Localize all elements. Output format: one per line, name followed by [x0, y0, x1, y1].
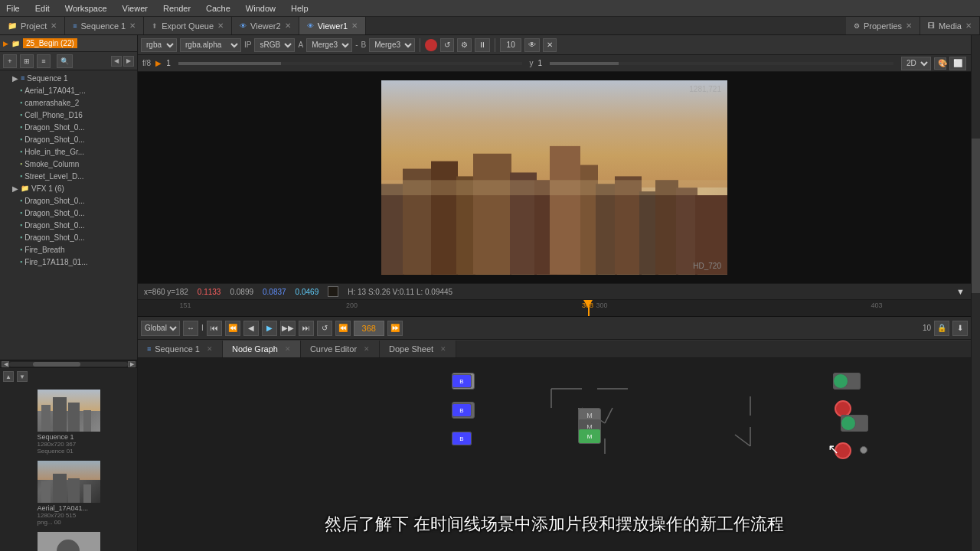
y-scrubber-bar[interactable] — [550, 62, 893, 65]
node-green-r1[interactable] — [833, 373, 848, 389]
refresh-btn[interactable]: ↺ — [440, 38, 454, 52]
wipe-btn[interactable]: ⬜ — [949, 57, 966, 70]
menu-item-render[interactable]: Render — [160, 2, 194, 15]
channel2-select[interactable]: rgba.alpha — [180, 38, 241, 52]
menu-item-help[interactable]: Help — [288, 2, 312, 15]
color-pick-btn[interactable]: 🎨 — [934, 57, 946, 70]
close-viewer-btn[interactable]: ✕ — [543, 38, 557, 52]
tree-item-vfx1[interactable]: ▶ 📁 VFX 1 (6) — [0, 182, 137, 194]
node-tab-close[interactable]: ✕ — [285, 345, 291, 353]
toolbar-list-btn[interactable]: ≡ — [37, 54, 51, 68]
tree-item-dragon6[interactable]: ▪ Dragon_Shot_0... — [0, 231, 137, 243]
tab-bottom-sequence1[interactable]: ≡ Sequence 1 ✕ — [138, 341, 223, 357]
channel-select[interactable]: rgba — [141, 38, 177, 52]
small-dot-circle[interactable] — [860, 446, 867, 454]
scrubber-thumb[interactable] — [178, 62, 282, 65]
settings-btn[interactable]: ⚙ — [457, 38, 472, 52]
render-icon[interactable] — [425, 39, 437, 51]
tree-item-street[interactable]: ▪ Street_Level_D... — [0, 170, 137, 182]
tab-viewer1[interactable]: 👁 Viewer1 ✕ — [299, 17, 367, 34]
dope-tab-close[interactable]: ✕ — [440, 345, 446, 353]
tree-item-smoke[interactable]: ▪ Smoke_Column — [0, 158, 137, 170]
tab-viewer2[interactable]: 👁 Viewer2 ✕ — [232, 17, 299, 34]
tc-prev-btn[interactable]: ⏪ — [225, 321, 240, 336]
tab-sequence1-close[interactable]: ✕ — [129, 21, 136, 30]
tc-lock-btn[interactable]: 🔒 — [934, 321, 949, 336]
global-mode-select[interactable]: Global — [141, 321, 180, 336]
tab-properties[interactable]: ⚙ Properties ✕ — [846, 17, 920, 34]
tab-properties-close[interactable]: ✕ — [906, 21, 912, 30]
node-blue-4[interactable]: B — [452, 403, 472, 417]
tc-fwd-btn[interactable]: ⏩ — [387, 321, 403, 336]
viewer-icon-btn[interactable]: 👁 — [524, 38, 540, 52]
menu-item-viewer[interactable]: Viewer — [119, 2, 151, 15]
left-scroll-track[interactable] — [9, 362, 128, 367]
left-scroll-btn[interactable]: ◀ — [111, 56, 122, 67]
right-scrollbar[interactable] — [971, 35, 980, 551]
menu-item-cache[interactable]: Cache — [203, 2, 234, 15]
tc-back-btn[interactable]: ◀ — [243, 321, 259, 336]
tree-item-fire-17[interactable]: ▪ Fire_17A118_01... — [0, 256, 137, 268]
timeline-ruler[interactable]: 151 200 300 403 368 — [138, 300, 971, 317]
y-scrubber-thumb[interactable] — [550, 62, 619, 65]
tree-item-sequence1[interactable]: ▶ ≡ Sequence 1 — [0, 72, 137, 84]
merge-a-select[interactable]: Merge3 — [306, 38, 352, 52]
left-scroll-left-btn[interactable]: ◀ — [2, 361, 9, 367]
tab-export-queue[interactable]: ⬆ Export Queue ✕ — [144, 17, 232, 34]
scrubber-bar[interactable] — [178, 62, 522, 65]
tc-start-btn[interactable]: ⏮ — [207, 321, 222, 336]
project-tree[interactable]: ▶ ≡ Sequence 1 ▪ Aerial_17A041_... ▪ cam… — [0, 70, 137, 360]
curve-tab-close[interactable]: ✕ — [364, 345, 370, 353]
thumb-entry-1[interactable]: Sequence 1 980x551 367 Sequence 01 — [38, 390, 100, 455]
status-dropdown[interactable]: ▼ — [956, 287, 965, 296]
left-scroll-h[interactable]: ◀ ▶ — [0, 360, 137, 367]
right-scroll-btn[interactable]: ▶ — [123, 56, 134, 67]
node-blue-2[interactable]: B — [452, 374, 472, 388]
tc-export-btn[interactable]: ⬇ — [952, 321, 968, 336]
tab-media[interactable]: 🎞 Media ✕ — [920, 17, 980, 34]
tree-item-cellphone[interactable]: ▪ Cell_Phone_D16 — [0, 109, 137, 121]
left-scroll-thumb[interactable] — [33, 362, 80, 367]
tree-item-fire-breath[interactable]: ▪ Fire_Breath — [0, 243, 137, 256]
tc-rwd-btn[interactable]: ⏪ — [335, 321, 351, 336]
tc-play-all-btn[interactable]: ▶▶ — [280, 321, 296, 336]
node-graph-area[interactable]: M M B B M M M G B B — [138, 358, 971, 551]
tree-item-camerashake[interactable]: ▪ camerashake_2 — [0, 96, 137, 109]
tc-sync-btn[interactable]: ↔ — [183, 321, 198, 336]
menu-item-workspace[interactable]: Workspace — [62, 2, 110, 15]
node-blue-7[interactable]: B — [452, 432, 472, 445]
left-scroll-right-btn[interactable]: ▶ — [128, 361, 136, 367]
thumb-move-down[interactable]: ▼ — [17, 371, 28, 382]
tab-project[interactable]: 📁 Project ✕ — [0, 17, 65, 34]
tree-item-hole[interactable]: ▪ Hole_in_the_Gr... — [0, 145, 137, 158]
tab-bottom-curve-editor[interactable]: Curve Editor ✕ — [301, 341, 380, 357]
tree-item-dragon2[interactable]: ▪ Dragon_Shot_0... — [0, 133, 137, 145]
view-mode-select[interactable]: 2D — [901, 57, 931, 70]
thumb-entry-2[interactable]: Aerial_17A041... 980x551 515 png... 00 — [38, 461, 100, 526]
menu-item-file[interactable]: File — [3, 2, 23, 15]
thumb-move-up[interactable]: ▲ — [3, 371, 14, 382]
project-root-label[interactable]: 25_Begin (22) — [23, 38, 77, 48]
pause-btn[interactable]: ⏸ — [475, 38, 490, 52]
menu-item-edit[interactable]: Edit — [32, 2, 53, 15]
tc-play-btn[interactable]: ▶ — [262, 321, 277, 336]
menu-item-window[interactable]: Window — [243, 2, 279, 15]
tc-end-btn[interactable]: ⏭ — [299, 321, 314, 336]
tree-item-dragon4[interactable]: ▪ Dragon_Shot_0... — [0, 207, 137, 219]
tab-bottom-dope-sheet[interactable]: Dope Sheet ✕ — [380, 341, 456, 357]
tab-export-close[interactable]: ✕ — [217, 21, 224, 30]
node-green-r2[interactable] — [841, 416, 856, 431]
seq-tab-close[interactable]: ✕ — [207, 345, 213, 353]
tab-project-close[interactable]: ✕ — [51, 21, 57, 30]
tab-sequence1[interactable]: ≡ Sequence 1 ✕ — [65, 17, 144, 34]
tab-bottom-node-graph[interactable]: Node Graph ✕ — [223, 341, 301, 357]
toolbar-grid-btn[interactable]: ⊞ — [20, 54, 34, 68]
tab-viewer2-close[interactable]: ✕ — [285, 21, 291, 30]
tree-item-dragon1[interactable]: ▪ Dragon_Shot_0... — [0, 121, 137, 133]
tab-viewer1-close[interactable]: ✕ — [351, 21, 358, 30]
merge-b-select[interactable]: Merge3 — [369, 38, 415, 52]
merge-node-3[interactable]: M — [578, 429, 601, 444]
tab-media-close[interactable]: ✕ — [965, 21, 972, 30]
tree-item-dragon3[interactable]: ▪ Dragon_Shot_0... — [0, 194, 137, 207]
colorspace-select[interactable]: sRGB — [254, 38, 295, 52]
